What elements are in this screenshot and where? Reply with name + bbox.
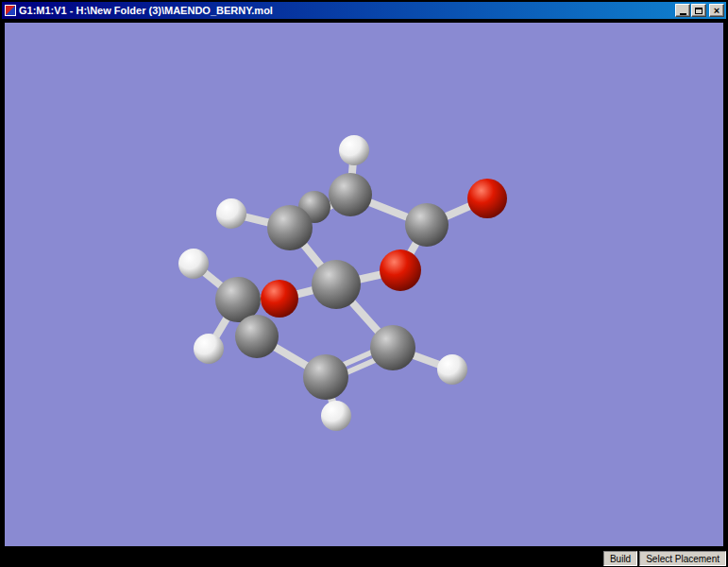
atom-C[interactable] bbox=[235, 315, 279, 358]
close-icon: × bbox=[714, 6, 720, 15]
atom-C[interactable] bbox=[329, 173, 372, 216]
app-icon bbox=[5, 5, 16, 16]
status-build[interactable]: Build bbox=[603, 551, 637, 566]
status-placement[interactable]: Select Placement bbox=[639, 551, 726, 566]
atom-H[interactable] bbox=[216, 198, 246, 229]
atom-O[interactable] bbox=[261, 280, 298, 318]
atom-H[interactable] bbox=[178, 249, 209, 279]
atom-H[interactable] bbox=[339, 135, 369, 165]
atom-H[interactable] bbox=[321, 401, 351, 431]
title-bar[interactable]: G1:M1:V1 - H:\New Folder (3)\MAENDO_BERN… bbox=[2, 2, 726, 19]
atom-H[interactable] bbox=[194, 334, 224, 364]
close-button[interactable]: × bbox=[709, 4, 724, 17]
maximize-button[interactable] bbox=[691, 4, 706, 17]
atom-C[interactable] bbox=[370, 325, 415, 370]
atom-O[interactable] bbox=[467, 179, 507, 218]
atom-C[interactable] bbox=[312, 260, 361, 309]
molecule-viewport[interactable] bbox=[5, 23, 723, 546]
maximize-icon bbox=[695, 8, 703, 14]
status-bar: Build Select Placement bbox=[601, 551, 726, 566]
window-controls: × bbox=[674, 4, 724, 17]
atom-H[interactable] bbox=[437, 354, 467, 385]
minimize-icon bbox=[680, 13, 686, 15]
minimize-button[interactable] bbox=[675, 4, 690, 17]
atom-C[interactable] bbox=[303, 354, 348, 400]
molecule-svg bbox=[5, 23, 723, 546]
app-window: G1:M1:V1 - H:\New Folder (3)\MAENDO_BERN… bbox=[0, 0, 728, 567]
atom-C[interactable] bbox=[267, 205, 313, 250]
window-title: G1:M1:V1 - H:\New Folder (3)\MAENDO_BERN… bbox=[19, 5, 674, 16]
atom-layer bbox=[178, 135, 507, 431]
atom-C[interactable] bbox=[405, 203, 449, 247]
atom-O[interactable] bbox=[380, 249, 421, 291]
